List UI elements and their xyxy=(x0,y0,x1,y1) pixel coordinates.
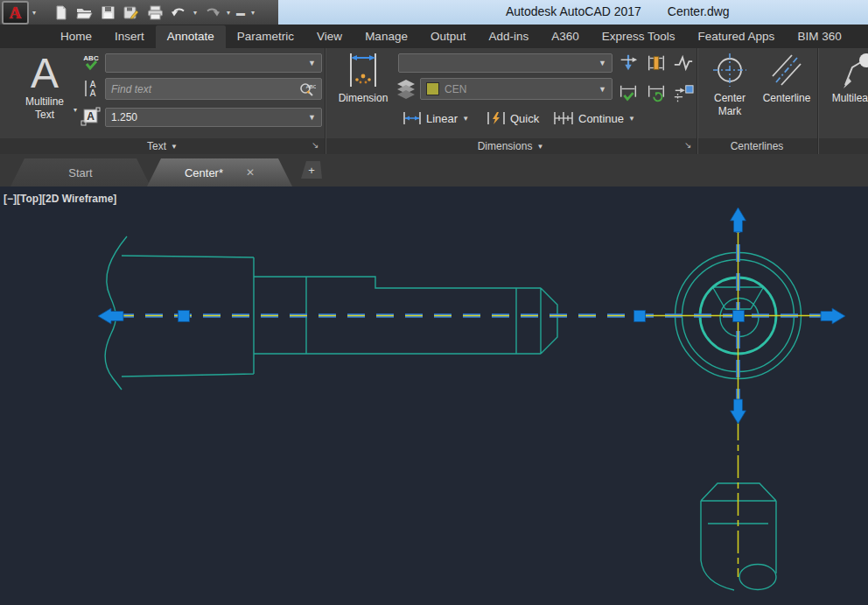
bottom-arrow-grip[interactable] xyxy=(731,399,746,424)
dimensions-dialog-launcher-icon[interactable]: ↘ xyxy=(684,140,691,150)
redo-caret-icon[interactable]: ▾ xyxy=(227,9,230,17)
file-tab-start[interactable]: Start xyxy=(10,158,150,186)
dimension-button[interactable]: Dimension xyxy=(331,50,396,105)
annotation-scale-icon: A xyxy=(80,106,102,127)
app-menu-caret-icon[interactable]: ▾ xyxy=(32,9,36,17)
text-style-caret-icon: ▼ xyxy=(308,59,316,67)
reassociate-button[interactable] xyxy=(673,83,694,104)
selected-centerline-highlight[interactable] xyxy=(116,215,833,412)
plot-button[interactable] xyxy=(146,4,164,21)
redo-button[interactable] xyxy=(203,4,220,21)
dim-style-dropdown[interactable]: ▼ xyxy=(398,53,612,73)
tab-annotate[interactable]: Annotate xyxy=(156,25,226,48)
text-height-caret-icon: ▼ xyxy=(308,113,316,122)
open-file-button[interactable] xyxy=(75,4,93,21)
layer-color-swatch xyxy=(426,82,439,95)
annotation-scale-button[interactable]: A xyxy=(80,106,102,127)
window-title: Autodesk AutoCAD 2017 Center.dwg xyxy=(506,4,730,18)
tab-featured-apps[interactable]: Featured Apps xyxy=(687,25,787,48)
plus-icon: + xyxy=(308,164,315,177)
tab-output[interactable]: Output xyxy=(419,25,478,48)
tab-bim360[interactable]: BIM 360 xyxy=(786,25,852,48)
find-text-search-icon[interactable]: ABC xyxy=(298,81,316,97)
tab-view[interactable]: View xyxy=(305,25,354,48)
tab-express-tools[interactable]: Express Tools xyxy=(591,25,687,48)
multileader-button[interactable]: Multileader xyxy=(822,50,868,105)
linear-dimension-button[interactable]: Linear ▼ xyxy=(402,108,469,129)
centerlines-panel-title-label: Centerlines xyxy=(731,140,784,152)
top-arrow-grip[interactable] xyxy=(731,208,746,232)
centerlines-panel-title[interactable]: Centerlines xyxy=(696,138,817,154)
midpoint-grip[interactable] xyxy=(634,311,646,322)
text-panel-title[interactable]: Text ▼ xyxy=(0,138,325,154)
center-mark-label: Center Mark xyxy=(714,92,746,118)
drawing-viewport[interactable] xyxy=(0,186,868,605)
right-arrow-grip[interactable] xyxy=(821,308,845,324)
quick-dimension-button[interactable]: Quick xyxy=(486,108,539,129)
new-drawing-tab-button[interactable]: + xyxy=(301,161,322,179)
new-file-button[interactable] xyxy=(52,4,69,21)
multiline-text-icon: A xyxy=(24,50,65,94)
left-arrow-grip[interactable] xyxy=(98,308,123,324)
panel-separator xyxy=(325,138,326,154)
shaft-tip[interactable] xyxy=(541,288,557,354)
undo-caret-icon[interactable]: ▾ xyxy=(193,9,197,17)
dimensions-panel-caret-icon: ▼ xyxy=(536,143,543,151)
multiline-text-button[interactable]: A Multiline Text xyxy=(9,50,80,122)
continue-dimension-icon xyxy=(553,111,574,125)
find-text-input[interactable] xyxy=(111,83,298,95)
file-tab-center[interactable]: Center* ✕ xyxy=(147,158,292,186)
text-height-dropdown[interactable]: 1.250 ▼ xyxy=(105,108,322,127)
customize-qat-button[interactable]: ▬ xyxy=(236,8,245,18)
centerline-button[interactable]: Centerline xyxy=(758,50,816,105)
model-space-canvas[interactable]: [−][Top][2D Wireframe] xyxy=(0,186,868,605)
dim-layer-dropdown[interactable]: CEN ▼ xyxy=(420,78,612,100)
continue-dimension-button[interactable]: Continue ▼ xyxy=(553,108,635,129)
center-tab-label: Center* xyxy=(185,166,223,179)
text-align-button[interactable]: A A xyxy=(80,78,102,99)
bottom-view-pin-circle[interactable] xyxy=(739,565,776,590)
tab-home[interactable]: Home xyxy=(49,25,103,48)
tab-a360[interactable]: A360 xyxy=(540,25,591,48)
linear-dimension-icon xyxy=(402,111,422,125)
save-button[interactable] xyxy=(99,4,116,21)
dim-update-icon xyxy=(646,83,667,104)
adjust-space-icon xyxy=(646,53,667,74)
title-bar: A ▾ xyxy=(0,0,868,25)
tab-parametric[interactable]: Parametric xyxy=(226,25,305,48)
undo-button[interactable] xyxy=(170,4,187,21)
center-grip[interactable] xyxy=(733,311,745,322)
dim-update-button[interactable] xyxy=(646,83,667,104)
dim-layer-button[interactable] xyxy=(396,78,416,99)
adjust-space-button[interactable] xyxy=(646,53,667,74)
break-dimension-button[interactable] xyxy=(618,53,639,74)
dimension-icon xyxy=(344,50,382,90)
center-mark-button[interactable]: Center Mark xyxy=(702,50,758,118)
spell-check-button[interactable]: ABC xyxy=(80,52,102,73)
multiline-text-label: Multiline Text xyxy=(25,95,64,122)
continue-caret-icon: ▼ xyxy=(628,115,635,123)
customize-qat-caret-icon[interactable]: ▾ xyxy=(251,9,255,17)
linear-label: Linear xyxy=(426,112,458,125)
tab-manage[interactable]: Manage xyxy=(354,25,419,48)
break-dimension-icon xyxy=(618,53,639,74)
text-style-dropdown[interactable]: ▼ xyxy=(105,53,322,73)
part-geometry[interactable] xyxy=(105,236,801,590)
dimensions-panel-title-label: Dimensions xyxy=(478,140,533,152)
document-title: Center.dwg xyxy=(668,4,730,18)
midpoint-grip[interactable] xyxy=(178,311,190,322)
multiline-text-caret-icon[interactable]: ▾ xyxy=(74,106,77,114)
dimensions-panel-title[interactable]: Dimensions ▼ xyxy=(325,138,696,154)
close-tab-icon[interactable]: ✕ xyxy=(246,166,255,179)
text-dialog-launcher-icon[interactable]: ↘ xyxy=(312,140,318,150)
autocad-window: { "title_bar": { "app_title": "Autodesk … xyxy=(0,0,868,605)
panel-label-strip: Text ▼ ↘ Dimensions ▼ ↘ Centerlines xyxy=(0,138,868,154)
find-text-field[interactable]: ABC xyxy=(105,78,322,100)
app-menu-button[interactable]: A xyxy=(2,1,29,25)
tab-insert[interactable]: Insert xyxy=(103,25,156,48)
dim-check-button[interactable] xyxy=(618,83,639,104)
tab-add-ins[interactable]: Add-ins xyxy=(477,25,540,48)
jogged-linear-button[interactable] xyxy=(673,53,694,74)
save-as-button[interactable] xyxy=(122,4,140,21)
svg-text:A: A xyxy=(31,50,59,94)
